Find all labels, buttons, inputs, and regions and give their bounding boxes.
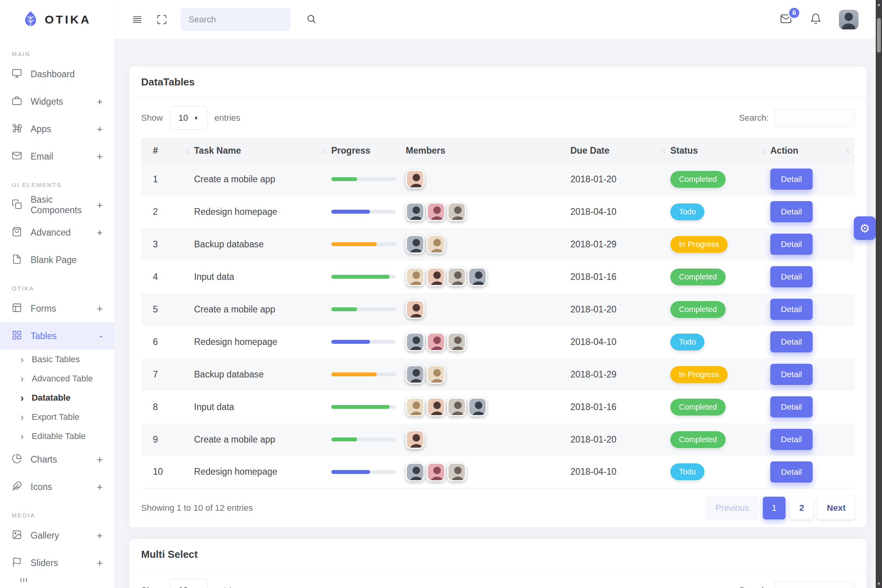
sidebar-item-gallery[interactable]: Gallery + [0,522,114,549]
column-header-task-name[interactable]: Task Name↑↓ [194,139,331,163]
member-avatar[interactable] [406,397,425,416]
sidebar-subitem-editable-table[interactable]: › Editable Table [0,426,114,446]
table-row[interactable]: 9 Create a mobile app 2018-01-20 Complet… [141,423,855,456]
sidebar-item-blank-page[interactable]: Blank Page [0,246,114,274]
settings-gear-button[interactable]: ⚙ [854,216,876,240]
sidebar-item-email[interactable]: Email + [0,143,114,170]
detail-button[interactable]: Detail [770,299,813,320]
page-button-1[interactable]: 1 [763,497,786,519]
table-row[interactable]: 3 Backup database 2018-01-29 In Progress… [141,228,855,261]
sidebar-item-advanced[interactable]: Advanced + [0,219,114,246]
detail-button[interactable]: Detail [770,364,813,385]
member-avatar[interactable] [406,332,425,351]
sort-arrows-icon[interactable]: ↑↓ [661,147,665,154]
sidebar-item-widgets[interactable]: Widgets + [0,88,114,115]
vertical-scrollbar[interactable]: ▲ ▼ [876,0,882,588]
sort-arrows-icon[interactable]: ↑↓ [322,147,326,154]
sidebar-subitem-datatable[interactable]: › Datatable [0,388,114,407]
member-avatar[interactable] [426,332,445,351]
sidebar-item-forms[interactable]: Forms + [0,295,114,322]
expand-plus-icon[interactable]: + [97,557,103,569]
member-avatar[interactable] [406,267,425,286]
member-avatar[interactable] [426,235,445,254]
page-button-2[interactable]: 2 [790,497,813,519]
detail-button[interactable]: Detail [770,234,813,255]
sidebar-item-tables[interactable]: Tables - [0,322,114,350]
page-button-next[interactable]: Next [818,497,855,519]
page-button-previous[interactable]: Previous [706,497,758,519]
detail-button[interactable]: Detail [770,331,813,352]
detail-button[interactable]: Detail [770,169,813,190]
expand-plus-icon[interactable]: + [97,481,103,493]
member-avatar[interactable] [447,397,466,416]
hamburger-menu-icon[interactable] [131,15,143,25]
column-header-action[interactable]: Action↑↓ [770,139,855,163]
member-avatar[interactable] [406,300,425,319]
sidebar-subitem-basic-tables[interactable]: › Basic Tables [0,350,114,369]
table-search-input[interactable] [774,581,855,588]
member-avatar[interactable] [426,267,445,286]
table-search-input[interactable] [774,109,855,127]
member-avatar[interactable] [426,463,445,481]
user-avatar[interactable] [839,10,858,29]
detail-button[interactable]: Detail [770,201,813,222]
search-icon[interactable] [306,14,316,25]
sidebar-subitem-export-table[interactable]: › Export Table [0,407,114,426]
member-avatar[interactable] [406,202,425,221]
expand-plus-icon[interactable]: + [97,530,103,542]
member-avatar[interactable] [447,332,466,351]
member-avatar[interactable] [406,463,425,481]
fullscreen-icon[interactable] [156,14,167,25]
member-avatar[interactable] [468,267,487,286]
detail-button[interactable]: Detail [770,461,813,483]
member-avatar[interactable] [447,267,466,286]
sort-arrows-icon[interactable]: ↑↓ [761,147,765,154]
sidebar-subitem-advanced-table[interactable]: › Advanced Table [0,369,114,388]
table-row[interactable]: 5 Create a mobile app 2018-01-20 Complet… [141,293,855,326]
column-header-index[interactable]: #↑↓ [141,139,194,163]
sidebar-item-sliders[interactable]: Sliders + [0,549,114,577]
table-row[interactable]: 2 Redesign homepage 2018-04-10 Todo Deta… [141,196,855,228]
expand-plus-icon[interactable]: + [97,227,103,239]
scroll-down-icon[interactable]: ▼ [876,581,882,586]
scroll-up-icon[interactable]: ▲ [876,2,882,7]
messages-icon[interactable]: 6 [779,13,793,26]
sidebar-item-icons[interactable]: Icons + [0,473,114,501]
page-size-select[interactable]: 10 ▼ [170,106,207,130]
member-avatar[interactable] [406,430,425,449]
table-row[interactable]: 1 Create a mobile app 2018-01-20 Complet… [141,163,855,196]
expand-plus-icon[interactable]: + [97,454,103,466]
expand-plus-icon[interactable]: + [97,199,103,211]
table-row[interactable]: 10 Redesign homepage 2018-04-10 Todo Det… [141,456,855,488]
member-avatar[interactable] [447,463,466,481]
expand-plus-icon[interactable]: + [97,151,103,163]
expand-plus-icon[interactable]: + [97,303,103,315]
member-avatar[interactable] [426,365,445,384]
brand-logo[interactable]: OTIKA [0,0,114,39]
scrollbar-thumb[interactable] [877,18,881,53]
sort-arrows-icon[interactable]: ↑↓ [845,147,849,154]
sort-arrows-icon[interactable]: ↑↓ [185,147,189,154]
detail-button[interactable]: Detail [770,266,813,287]
table-row[interactable]: 8 Input data 2018-01-16 Completed Detail [141,391,855,423]
member-avatar[interactable] [426,202,445,221]
detail-button[interactable]: Detail [770,396,813,417]
column-header-status[interactable]: Status↑↓ [670,139,770,163]
detail-button[interactable]: Detail [770,429,813,450]
table-row[interactable]: 7 Backup database 2018-01-29 In Progress… [141,358,855,391]
page-size-select[interactable]: 10 ▼ [170,579,207,588]
sidebar-item-apps[interactable]: Apps + [0,115,114,143]
sidebar-item-dashboard[interactable]: Dashboard [0,60,114,88]
table-row[interactable]: 4 Input data 2018-01-16 Completed Detail [141,261,855,293]
column-header-due-date[interactable]: Due Date↑↓ [570,139,670,163]
collapse-minus-icon[interactable]: - [99,330,103,342]
expand-plus-icon[interactable]: + [97,96,103,108]
member-avatar[interactable] [406,170,425,189]
table-row[interactable]: 6 Redesign homepage 2018-04-10 Todo Deta… [141,326,855,358]
expand-plus-icon[interactable]: + [97,123,103,135]
search-input[interactable] [189,15,301,25]
member-avatar[interactable] [447,202,466,221]
member-avatar[interactable] [426,397,445,416]
member-avatar[interactable] [406,365,425,384]
sidebar-item-charts[interactable]: Charts + [0,446,114,473]
